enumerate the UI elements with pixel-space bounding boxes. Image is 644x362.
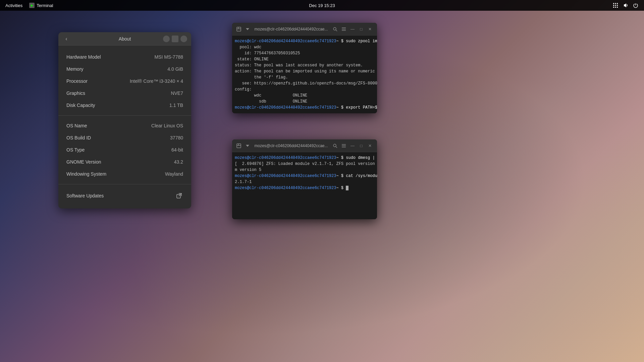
os-name-label: OS Name — [66, 123, 87, 128]
power-icon[interactable] — [633, 2, 639, 8]
section-divider-2 — [58, 184, 191, 184]
svg-rect-3 — [613, 5, 614, 6]
terminal-2-controls-left — [235, 142, 251, 149]
terminal-1-dropdown-button[interactable] — [244, 26, 251, 33]
hardware-model-value: MSI MS-7788 — [154, 54, 183, 60]
svg-rect-6 — [613, 7, 614, 8]
external-link-icon[interactable] — [175, 192, 183, 200]
svg-point-13 — [333, 27, 336, 30]
minimize-button[interactable]: — — [163, 36, 170, 42]
windowing-system-label: Windowing System — [66, 171, 106, 177]
svg-marker-12 — [246, 28, 249, 30]
svg-marker-18 — [246, 145, 249, 147]
terminal-2-new-tab-button[interactable] — [235, 142, 242, 149]
svg-rect-21 — [342, 145, 346, 146]
terminal-1-minimize-button[interactable]: — — [349, 25, 356, 33]
term-2-line-1: mozes@clr-c046206dd424440492ccaee6c74719… — [235, 155, 374, 161]
memory-row: Memory 4.0 GiB — [58, 63, 191, 75]
term-1-line-11: wdc ONLINE — [235, 93, 374, 99]
term-1-line-1: mozes@clr-c046206dd424440492ccaee6c74719… — [235, 38, 374, 44]
term-1-line-7: the '-f' flag. — [235, 74, 374, 80]
window-controls: — □ ✕ — [163, 36, 187, 42]
svg-rect-7 — [615, 7, 616, 8]
terminal-2-close-button[interactable]: ✕ — [366, 142, 374, 149]
graphics-value: NVE7 — [171, 90, 183, 96]
gnome-version-value: 43.2 — [174, 159, 183, 165]
svg-rect-14 — [342, 27, 346, 28]
terminal-2-dropdown-button[interactable] — [244, 142, 251, 149]
svg-marker-9 — [624, 3, 626, 7]
terminal-2-maximize-button[interactable]: □ — [358, 142, 365, 149]
volume-icon[interactable] — [623, 2, 629, 8]
term-1-line-9: config: — [235, 86, 374, 93]
term-1-line-3: id: 7754476637050310525 — [235, 50, 374, 56]
hardware-section: Hardware Model MSI MS-7788 Memory 4.0 Gi… — [58, 48, 191, 114]
about-titlebar: ‹ About — □ ✕ — [58, 32, 191, 46]
svg-rect-8 — [617, 7, 618, 8]
svg-rect-16 — [342, 30, 346, 31]
topbar-datetime: Dec 19 15:23 — [309, 3, 335, 8]
processor-value: Intel® Core™ i3-3240 × 4 — [130, 78, 183, 84]
windowing-system-value: Wayland — [165, 171, 183, 177]
term-1-line-13: mozes@clr-c046206dd424440492ccaee6c74719… — [235, 105, 374, 111]
os-build-id-label: OS Build ID — [66, 135, 91, 140]
windowing-system-row: Windowing System Wayland — [58, 168, 191, 180]
terminal-cursor — [346, 186, 348, 190]
term-1-line-12: sdb ONLINE — [235, 99, 374, 105]
term-1-line-6: action: The pool can be imported using i… — [235, 68, 374, 74]
graphics-row: Graphics NVE7 — [58, 87, 191, 99]
gnome-version-row: GNOME Version 43.2 — [58, 156, 191, 168]
terminal-1-controls-right: — □ ✕ — [331, 25, 374, 33]
disk-capacity-label: Disk Capacity — [66, 103, 95, 108]
terminal-taskbar-label: Terminal — [37, 3, 53, 8]
terminal-2-body[interactable]: mozes@clr-c046206dd424440492ccaee6c74719… — [232, 152, 377, 219]
close-button[interactable]: ✕ — [180, 36, 187, 42]
terminal-1-title: mozes@clr-c046206dd424440492ccae... — [254, 27, 329, 32]
terminal-2-search-button[interactable] — [331, 142, 339, 149]
terminal-1-maximize-button[interactable]: □ — [358, 25, 365, 33]
os-type-label: OS Type — [66, 147, 85, 153]
gnome-version-label: GNOME Version — [66, 159, 101, 165]
term-1-line-5: status: The pool was last accessed by an… — [235, 62, 374, 68]
software-updates-row[interactable]: Software Updates — [58, 188, 191, 203]
svg-rect-20 — [342, 144, 346, 145]
processor-row: Processor Intel® Core™ i3-3240 × 4 — [58, 75, 191, 87]
svg-rect-1 — [615, 3, 616, 4]
term-1-line-4: state: ONLINE — [235, 56, 374, 62]
os-name-value: Clear Linux OS — [151, 123, 183, 128]
svg-rect-5 — [617, 5, 618, 6]
back-button[interactable]: ‹ — [62, 35, 70, 43]
hardware-model-label: Hardware Model — [66, 54, 101, 60]
terminal-1-body[interactable]: mozes@clr-c046206dd424440492ccaee6c74719… — [232, 36, 377, 113]
graphics-label: Graphics — [66, 90, 85, 96]
terminal-1-menu-button[interactable] — [340, 25, 347, 33]
software-updates-section: Software Updates — [58, 186, 191, 206]
svg-rect-15 — [342, 29, 346, 29]
terminal-window-1: mozes@clr-c046206dd424440492ccae... — □ … — [232, 23, 377, 113]
processor-label: Processor — [66, 78, 88, 84]
network-icon[interactable] — [612, 2, 619, 8]
terminal-2-minimize-button[interactable]: — — [349, 142, 356, 149]
software-updates-label: Software Updates — [66, 193, 104, 198]
os-name-row: OS Name Clear Linux OS — [58, 120, 191, 132]
term-2-line-2: [ 2.694876] ZFS: Loaded module v2.1.7-1,… — [235, 161, 374, 167]
terminal-2-menu-button[interactable] — [340, 142, 347, 149]
terminal-taskbar-icon: ▶ — [29, 3, 35, 8]
topbar: Activities ▶ Terminal Dec 19 15:23 — [0, 0, 644, 11]
activities-button[interactable]: Activities — [5, 3, 22, 8]
svg-point-19 — [333, 144, 336, 147]
maximize-button[interactable]: □ — [172, 36, 178, 42]
hardware-model-row: Hardware Model MSI MS-7788 — [58, 51, 191, 63]
about-content: Hardware Model MSI MS-7788 Memory 4.0 Gi… — [58, 46, 191, 208]
svg-rect-22 — [342, 147, 346, 147]
terminal-taskbar-item[interactable]: ▶ Terminal — [29, 3, 53, 8]
term-2-line-5: 2.1.7-1 — [235, 179, 374, 185]
os-type-row: OS Type 64-bit — [58, 144, 191, 156]
section-divider-1 — [58, 115, 191, 116]
terminal-1-new-tab-button[interactable] — [235, 26, 242, 33]
about-window-title: About — [119, 36, 131, 42]
memory-label: Memory — [66, 66, 84, 72]
term-2-line-6: mozes@clr-c046206dd424440492ccaee6c74719… — [235, 185, 374, 191]
terminal-1-close-button[interactable]: ✕ — [366, 25, 374, 33]
terminal-1-search-button[interactable] — [331, 25, 339, 33]
